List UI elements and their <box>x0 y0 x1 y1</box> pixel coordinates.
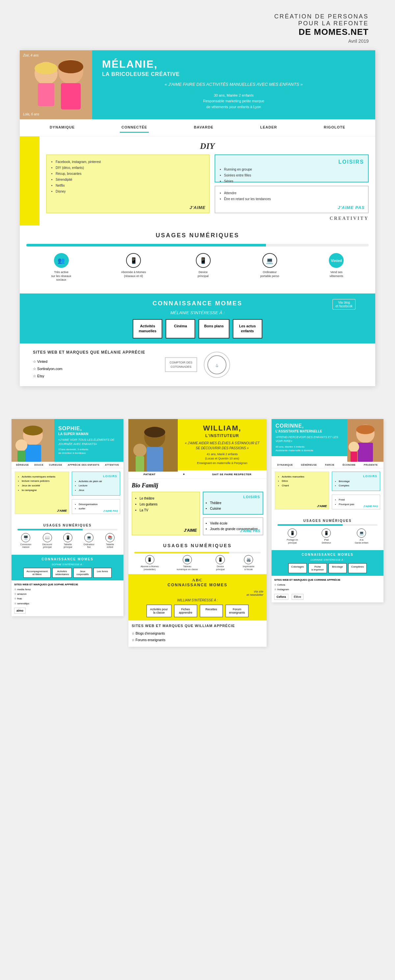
sophie-sites-list: media femz amazon fnac serenditpc <box>14 587 121 606</box>
svg-point-13 <box>16 439 27 451</box>
william-right-boxes: LOISIRS Théâtre Cuisine Vieille école Jo… <box>203 492 263 535</box>
trait-leader: LEADER <box>259 123 279 133</box>
corinne-jaime-label: J'AIME <box>317 504 327 508</box>
william-trait-1: PATIENT <box>144 473 156 476</box>
sophie-icon-label-1: Connexionmaison <box>21 543 31 549</box>
usage-item-social: 👥 Très activesur les réseauxsociaux <box>51 253 72 282</box>
usage-icons-row: 👥 Très activesur les réseauxsociaux 📱 Ab… <box>20 248 375 287</box>
corinne-icon-1: 📱 <box>288 528 297 538</box>
corinne-interests: Coloriages Ficheà imprimer Bricolage Com… <box>274 563 381 573</box>
corinne-name: CORINNE, <box>275 423 304 429</box>
william-name: WILLIAM, <box>203 424 241 433</box>
corinne-usages-title: USAGES NUMÉRIQUES <box>275 519 380 523</box>
corinne-interesse: CORINNE S'INTÉRESSE À : <box>274 558 381 561</box>
william-quote: « J'AIME AIDER MES ÉLÈVES À S'ÉPANOUIR E… <box>183 441 262 450</box>
melanie-age-label: Zoé, 4 ans <box>23 54 38 57</box>
william-bio: 41 ans, Marié 2 enfants(Lucas et Quentin… <box>197 452 247 466</box>
corinne-jaime-pas-box: Froid Pourquoi pas J'AIME PAS <box>332 495 380 509</box>
william-usage-section: USAGES NUMÉRIQUES 📱 Abonné à Momes(newsl… <box>128 539 267 574</box>
logo-circle: ⚓ <box>204 352 230 378</box>
sophie-usage-5: 📚 Tabletteenfant <box>106 533 115 549</box>
sophie-top-area: SOPHIE, LA SUPER MAMAN «J'AIME VOIR TOUS… <box>11 419 123 462</box>
sophie-interesse: SOPHIE S'INTÉRESSE À : <box>14 563 121 566</box>
melanie-connaissance: CONNAISSANCE MOMES Via bloget facebook M… <box>20 293 375 344</box>
william-usage-4: 🖨️ Imprimanteà l'école <box>243 555 254 571</box>
william-usage-1: 📱 Abonné à Momes(newsletter) <box>141 555 159 571</box>
corinne-connaissance: CONNAISSANCE MOMES CORINNE S'INTÉRESSE À… <box>272 550 384 576</box>
william-icon-label-1: Abonné à Momes(newsletter) <box>141 565 159 571</box>
corinne-usage-3: 💻 A laGarde-enfant <box>355 528 368 544</box>
william-body: Bio Familj Le théâtre Les guitares La TV… <box>128 479 267 647</box>
william-interest-4: Forumenseignants <box>225 605 249 617</box>
william-jaime-list: Le théâtre Les guitares La TV <box>136 496 196 513</box>
melanie-traits: DYNAMIQUE CONNECTÉE BAVARDE LEADER RIGOL… <box>20 119 375 136</box>
corinne-icon-2: 📱 <box>321 528 331 538</box>
corinne-sites-title: SITES WEB ET MARQUES QUE CORINNE APPRÉCI… <box>274 578 381 581</box>
melanie-sites-section: SITES WEB ET MARQUES QUE MÉLANIE APPRÉCI… <box>20 344 375 386</box>
sophie-right-boxes: LOISIRS Activités de plein air Lecture J… <box>72 472 120 516</box>
william-progress-bar <box>134 552 261 554</box>
corinne-interest-4: Comptines <box>348 563 367 573</box>
loisirs-list: Running en groupe Soirées entre filles S… <box>219 167 365 185</box>
svg-rect-26 <box>350 452 357 462</box>
corinne-site-2: Instagram <box>274 587 381 592</box>
corinne-sites-list: Cefora Instagram <box>274 583 381 592</box>
sophie-loisirs-list: Activités de plein air Lecture Jeux <box>75 479 117 493</box>
corinne-icon-label-2: iPadDélimeur <box>321 539 331 544</box>
sophie-usages-title: USAGES NUMÉRIQUES <box>15 523 120 527</box>
william-icon-4: 🖨️ <box>244 555 253 564</box>
william-photo <box>128 419 178 468</box>
corinne-loisirs-box: LOISIRS Bricolage Comptes <box>332 472 380 491</box>
jaime-pas-box: Attendre Être en retard sur les tendance… <box>214 186 369 214</box>
sophie-interest-2: Activitéssédentaires <box>52 568 72 578</box>
corinne-interest-2: Ficheà imprimer <box>309 563 327 573</box>
william-site-1: ☆ Blogs d'enseignants <box>132 630 263 637</box>
sophie-trait-5: ATTENTIVE <box>105 464 119 466</box>
svg-point-25 <box>349 442 359 452</box>
corinne-trait-4: ÉCONOME <box>343 464 356 466</box>
sophie-jaime-list: Activités numériques enfants lecture rom… <box>18 474 66 492</box>
sophie-usage-4: 💻 Ordinateurfixe <box>83 533 94 549</box>
trait-connectee: CONNECTÉE <box>120 123 149 133</box>
corinne-bio: 45 ans, Mariée 4 enfantsAssistante mater… <box>275 445 313 452</box>
jaime-box: Facebook, instagram, pinterest DIY (déco… <box>46 154 209 213</box>
corinne-logo-eleve: Éléve <box>292 594 304 600</box>
sophie-sites-title: SITES WEB ET MARQUES QUE SOPHIE APPRÉCIE <box>14 583 121 586</box>
william-boxes: Le théâtre Les guitares La TV J'AIME LOI… <box>132 492 263 535</box>
corinne-icon-3: 💻 <box>357 528 366 538</box>
sophie-interest-3: Jeuxcorporatifs <box>74 568 91 578</box>
sophie-interest-4: Les livres <box>93 568 112 578</box>
william-interests: Activités pourla classe Fichesapprendre … <box>132 605 263 617</box>
conn-via: Via bloget facebook <box>333 299 355 310</box>
melanie-bio: 30 ans, Mariée 2 enfants Responsable mar… <box>102 93 365 110</box>
corinne-trait-2: GÉNÉREUSE <box>301 464 317 466</box>
william-usage-row: 📱 Abonné à Momes(newsletter) 📺 Tableaunu… <box>132 555 263 571</box>
jaime-label: J'AIME <box>190 205 206 210</box>
svg-text:⚓: ⚓ <box>215 364 219 367</box>
sophie-photo-container <box>11 419 54 462</box>
william-interest-2: Fichesapprendre <box>174 605 197 617</box>
sophie-quote: «J'AIME VOIR TOUS LES ÉLÉMENTS DE JOURNÉ… <box>58 438 120 446</box>
sophie-usage-2: 📖 Découvrirprincipal <box>42 533 52 549</box>
svg-point-19 <box>133 444 147 457</box>
interest-actus: Les actusenfants <box>233 319 262 339</box>
sophie-usage-3: 📱 Tabletteprincipal <box>63 533 72 549</box>
header-date: Avril 2019 <box>274 38 369 44</box>
william-icon-1: 📱 <box>145 555 154 564</box>
william-icon-label-2: Tableaunumérique en classe <box>176 565 198 571</box>
corinne-loisirs-list: Bricolage Comptes <box>335 479 377 488</box>
sites-list: Vinted Sortiralyon.com Etsy <box>33 358 145 380</box>
creativity-label: CREATIVITY <box>46 213 369 224</box>
william-loisirs-list: Théâtre Cuisine <box>206 500 260 511</box>
william-conn-via-area: Via siteet newsletter <box>132 590 263 597</box>
corinne-usage-row: 📱 Portage enprincipal 📱 iPadDélimeur 💻 A… <box>275 528 380 544</box>
sophie-subtitle: LA SUPER MAMAN <box>58 432 88 436</box>
william-card: WILLIAM, L'INSTITUTEUR « J'AIME AIDER ME… <box>128 419 267 647</box>
sophie-intro: SOPHIE, LA SUPER MAMAN «J'AIME VOIR TOUS… <box>54 419 123 462</box>
william-intro: WILLIAM, L'INSTITUTEUR « J'AIME AIDER ME… <box>178 419 267 471</box>
interesse-label: MÉLANIE S'INTÉRESSE À : <box>26 310 369 315</box>
sophie-trait-4: APPRÉCIE DES ENFANTS <box>67 464 99 466</box>
sites-list-area: SITES WEB ET MARQUES QUE MÉLANIE APPRÉCI… <box>33 350 145 380</box>
melanie-subtitle: LA BRICOLEUSE CRÉATIVE <box>102 71 365 77</box>
sophie-jaime-pas-label: J'AIME PAS <box>103 509 118 512</box>
